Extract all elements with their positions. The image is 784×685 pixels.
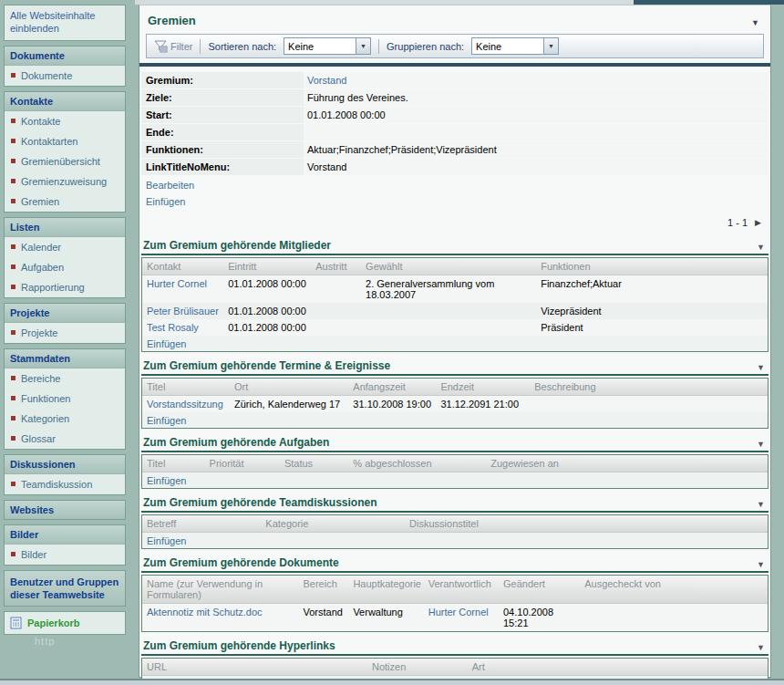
insert-link[interactable]: Einfügen [142,412,768,428]
column-header[interactable]: URL [142,659,367,675]
section-menu-arrow-icon[interactable]: ▼ [757,243,767,252]
background-watermark-text: http [35,636,55,647]
column-header[interactable]: Notizen [367,659,468,675]
sidebar-header-websites[interactable]: Websites [5,501,125,519]
bullet-icon [11,179,15,183]
sidebar-item-aufgaben[interactable]: Aufgaben [5,257,125,277]
column-header[interactable]: Verantwortlich [424,576,499,603]
sidebar-item-teamdiskussion[interactable]: Teamdiskussion [5,474,125,494]
sidebar-item-bilder[interactable]: Bilder [5,545,125,565]
filter-button[interactable]: Filter [154,40,192,53]
sidebar-header-projekte[interactable]: Projekte [5,304,125,323]
sidebar-item-label: Projekte [21,327,57,338]
toolbar-separator [378,39,379,54]
column-header[interactable]: Kontakt [142,258,223,275]
column-header[interactable]: Hauptkategorie [348,576,423,603]
column-header[interactable]: Ort [230,379,348,395]
sort-by-value: Keine [288,41,314,52]
sort-by-select[interactable]: Keine ▼ [284,37,371,55]
chevron-down-icon: ▼ [356,38,370,54]
edit-link[interactable]: Bearbeiten [141,176,769,192]
column-header[interactable]: Austritt [311,258,361,275]
column-header[interactable]: Titel [142,379,230,395]
next-page-icon[interactable]: ▶ [755,218,761,227]
table-row: Vorstandssitzung Zürich, Kalenderweg 17 … [142,396,768,412]
table-row: Test Rosaly 01.01.2008 00:00 Präsident [142,319,768,336]
section-menu-arrow-icon[interactable]: ▼ [757,500,767,509]
column-header[interactable]: % abgeschlossen [348,455,486,472]
column-header[interactable]: Kategorie [261,515,405,532]
contact-link[interactable]: Hurter Cornel [147,278,207,289]
column-header[interactable]: Diskussionstitel [405,515,768,532]
column-header[interactable]: Endzeit [436,379,530,395]
bullet-icon [11,199,15,203]
column-header[interactable]: Art [468,659,768,675]
event-link[interactable]: Vorstandssitzung [147,399,223,410]
sidebar-item-kontaktarten[interactable]: Kontaktarten [5,131,125,151]
section-menu-arrow-icon[interactable]: ▼ [757,643,767,652]
column-header[interactable]: Zugewiesen an [486,455,768,472]
sidebar-header-dokumente[interactable]: Dokumente [5,47,125,66]
form-row: Ziele: Führung des Vereines. [141,89,769,106]
sidebar-header-diskussionen[interactable]: Diskussionen [5,455,125,474]
column-header[interactable]: Beschreibung [530,379,768,395]
column-header[interactable]: Eintritt [223,258,311,275]
sidebar-link-all-site-content[interactable]: Alle Websiteinhalte einblenden [5,5,125,40]
gremium-value-link[interactable]: Vorstand [307,75,346,86]
insert-link[interactable]: Einfügen [142,533,768,548]
field-label: Ziele: [141,89,304,106]
sidebar-item-kontakte[interactable]: Kontakte [5,111,125,131]
sidebar-item-glossar[interactable]: Glossar [5,429,125,449]
sidebar-item-label: Glossar [21,433,56,444]
column-header[interactable]: Ausgecheckt von [580,576,768,603]
sidebar-item-gremienuebersicht[interactable]: Gremienübersicht [5,151,125,171]
column-header[interactable]: Betreff [142,515,261,532]
field-label: Gremium: [141,72,304,88]
sidebar-item-kategorien[interactable]: Kategorien [5,409,125,429]
section-menu-arrow-icon[interactable]: ▼ [757,440,767,449]
insert-link[interactable]: Einfügen [141,192,769,209]
column-header[interactable]: Status [280,455,348,472]
sidebar-link-recycle-bin[interactable]: Papierkorb [5,612,125,634]
column-header[interactable]: Geändert [499,576,580,603]
sidebar-header-stammdaten[interactable]: Stammdaten [5,349,125,368]
column-header[interactable]: Anfangszeit [348,379,436,395]
section-menu-arrow-icon[interactable]: ▼ [757,363,767,372]
person-link[interactable]: Hurter Cornel [428,607,489,618]
sidebar-item-gremienzuweisung[interactable]: Gremienzuweisung [5,171,125,192]
webpart-menu-arrow-icon[interactable]: ▼ [749,18,761,27]
teamdiskussionen-table: Betreff Kategorie Diskussionstitel Einfü… [141,514,769,549]
column-header[interactable]: Funktionen [536,258,768,275]
column-header[interactable]: Titel [142,455,205,472]
recycle-bin-label: Papierkorb [27,618,79,628]
insert-link[interactable]: Einfügen [142,472,768,488]
column-header[interactable]: Priorität [205,455,280,472]
column-header[interactable]: Gewählt [361,258,536,275]
cell: Vorstand [299,604,349,631]
sidebar-header-kontakte[interactable]: Kontakte [5,92,125,111]
sidebar-item-rapportierung[interactable]: Rapportierung [5,277,125,297]
sidebar-item-projekte[interactable]: Projekte [5,323,125,343]
sidebar-item-funktionen[interactable]: Funktionen [5,389,125,409]
column-header[interactable]: Name (zur Verwendung in Formularen) [142,576,299,603]
insert-link[interactable]: Einfügen [142,336,768,351]
sidebar-header-listen[interactable]: Listen [5,218,125,237]
list-toolbar: Filter Sortieren nach: Keine ▼ Gruppiere… [146,34,764,58]
sidebar-item-label: Teamdiskussion [21,479,92,490]
sidebar-item-bereiche[interactable]: Bereiche [5,368,125,389]
sidebar-link-users-groups[interactable]: Benutzer und Gruppen dieser Teamwebsite [5,571,125,607]
section-menu-arrow-icon[interactable]: ▼ [757,560,767,569]
column-header[interactable]: Bereich [299,576,349,603]
sidebar-header-bilder[interactable]: Bilder [5,525,125,545]
chevron-down-icon: ▼ [543,38,558,54]
sidebar-item-kalender[interactable]: Kalender [5,237,125,257]
bullet-icon [11,552,15,556]
contact-link[interactable]: Peter Brülisauer [147,306,219,317]
sidebar-item-dokumente[interactable]: Dokumente [5,66,125,86]
cell: 01.01.2008 00:00 [223,319,311,336]
sidebar-item-gremien[interactable]: Gremien [5,192,125,212]
document-link[interactable]: Aktennotiz mit Schutz.doc [147,607,263,618]
sidebar-item-label: Bilder [21,549,46,560]
group-by-select[interactable]: Keine ▼ [471,37,559,55]
contact-link[interactable]: Test Rosaly [147,322,199,333]
